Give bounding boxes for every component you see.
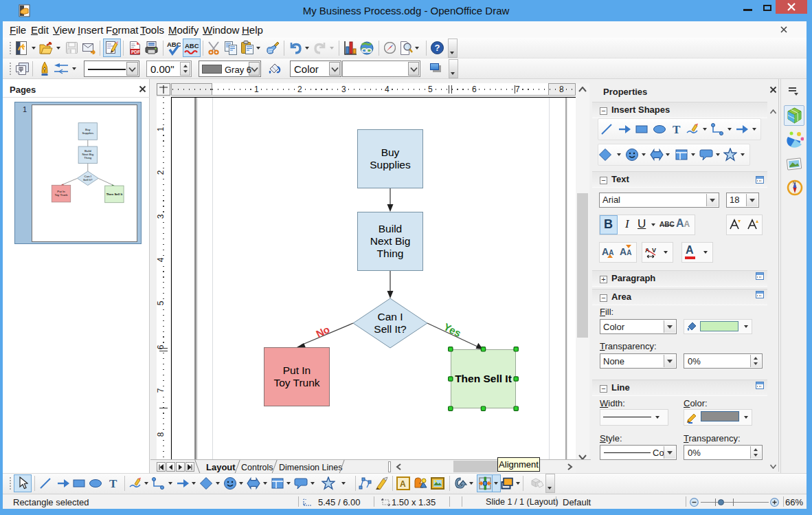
svg-text:ABC: ABC: [185, 42, 199, 50]
svg-text:T: T: [109, 477, 117, 490]
svg-text:Buy: Buy: [85, 128, 91, 131]
svg-text:Supplies: Supplies: [82, 131, 94, 135]
svg-text:Sell It?: Sell It?: [83, 178, 93, 182]
svg-text:Then Sell It: Then Sell It: [106, 193, 122, 196]
svg-text:Thing: Thing: [84, 156, 92, 160]
svg-text:T: T: [673, 123, 681, 136]
svg-text:A: A: [400, 479, 406, 489]
svg-text:Toy Trunk: Toy Trunk: [54, 193, 68, 197]
svg-text:PDF: PDF: [131, 50, 140, 54]
svg-text:V: V: [652, 247, 656, 254]
svg-text:N: N: [793, 181, 796, 185]
svg-text:?: ?: [435, 43, 440, 53]
